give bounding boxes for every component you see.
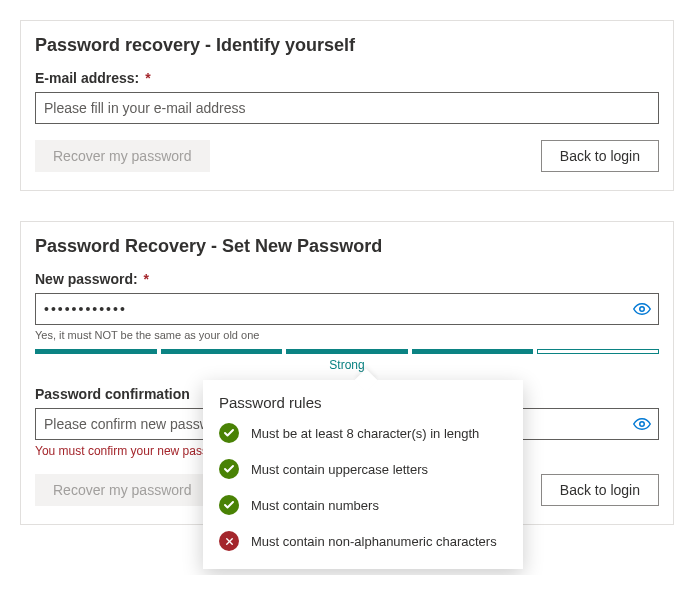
back-to-login-button[interactable]: Back to login — [541, 140, 659, 172]
strength-bar — [412, 349, 534, 354]
back-to-login-button[interactable]: Back to login — [541, 474, 659, 506]
card-title: Password Recovery - Set New Password — [35, 236, 659, 257]
password-rule: Must contain non-alphanumeric characters — [219, 531, 507, 551]
svg-point-0 — [640, 307, 645, 312]
check-icon — [219, 495, 239, 515]
password-rule: Must contain uppercase letters — [219, 459, 507, 479]
recover-password-button[interactable]: Recover my password — [35, 140, 210, 172]
password-hint: Yes, it must NOT be the same as your old… — [35, 329, 659, 341]
password-rules-popover: Password rules Must be at least 8 charac… — [203, 380, 523, 569]
strength-label: Strong — [35, 358, 659, 372]
rule-text: Must be at least 8 character(s) in lengt… — [251, 426, 479, 441]
rule-text: Must contain non-alphanumeric characters — [251, 534, 497, 549]
svg-point-1 — [640, 422, 645, 427]
strength-bar — [35, 349, 157, 354]
email-label: E-mail address: * — [35, 70, 659, 86]
check-icon — [219, 459, 239, 479]
recover-password-button[interactable]: Recover my password — [35, 474, 210, 506]
rule-text: Must contain uppercase letters — [251, 462, 428, 477]
password-rule: Must contain numbers — [219, 495, 507, 515]
new-password-field[interactable] — [35, 293, 659, 325]
required-indicator: * — [144, 271, 149, 287]
strength-bar — [286, 349, 408, 354]
required-indicator: * — [145, 70, 150, 86]
password-rule: Must be at least 8 character(s) in lengt… — [219, 423, 507, 443]
eye-icon[interactable] — [633, 300, 651, 318]
rule-text: Must contain numbers — [251, 498, 379, 513]
cross-icon — [219, 531, 239, 551]
card-title: Password recovery - Identify yourself — [35, 35, 659, 56]
email-label-text: E-mail address: — [35, 70, 139, 86]
new-password-label: New password: * — [35, 271, 659, 287]
email-field[interactable] — [35, 92, 659, 124]
popover-title: Password rules — [219, 394, 507, 411]
password-strength-meter — [35, 349, 659, 354]
strength-bar — [537, 349, 659, 354]
strength-bar — [161, 349, 283, 354]
password-recovery-identify-card: Password recovery - Identify yourself E-… — [20, 20, 674, 191]
eye-icon[interactable] — [633, 415, 651, 433]
check-icon — [219, 423, 239, 443]
new-password-label-text: New password: — [35, 271, 138, 287]
